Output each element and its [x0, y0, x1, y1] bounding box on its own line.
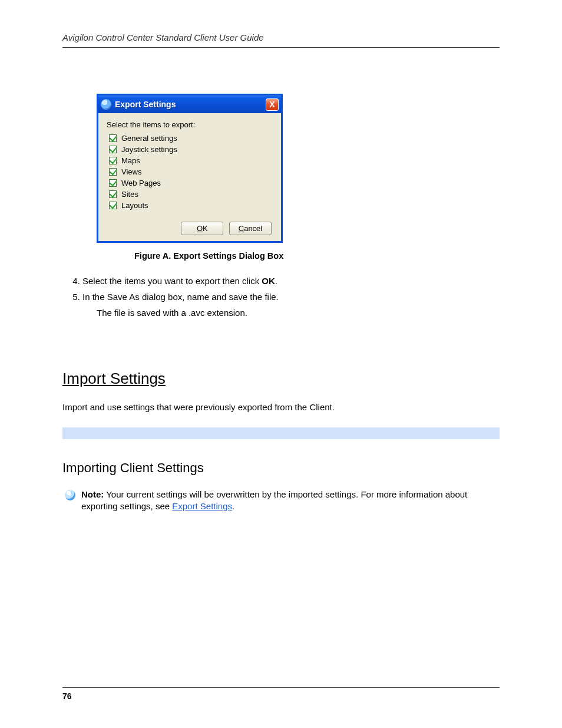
- checkbox-icon[interactable]: [109, 179, 117, 187]
- cancel-button[interactable]: Cancel: [229, 222, 272, 235]
- checkbox-icon[interactable]: [109, 134, 117, 142]
- checkbox-icon[interactable]: [109, 190, 117, 198]
- import-settings-body: Import and use settings that were previo…: [62, 401, 500, 413]
- figure-export-settings-dialog: Export Settings X Select the items to ex…: [97, 94, 500, 261]
- checkbox-label: Maps: [121, 156, 140, 165]
- info-icon: [65, 490, 75, 500]
- app-icon: [101, 99, 111, 110]
- checkbox-label: Views: [121, 167, 141, 176]
- checkbox-row-layouts[interactable]: Layouts: [109, 201, 273, 210]
- dialog-instruction: Select the items to export:: [107, 120, 273, 129]
- page-number: 76: [62, 687, 500, 701]
- note-label: Note:: [81, 489, 104, 499]
- checkbox-row-sites[interactable]: Sites: [109, 190, 273, 199]
- link-export-settings[interactable]: Export Settings: [172, 501, 232, 511]
- checkbox-icon[interactable]: [109, 146, 117, 153]
- checkbox-label: Layouts: [121, 201, 148, 210]
- checkbox-row-views[interactable]: Views: [109, 167, 273, 176]
- export-settings-dialog: Export Settings X Select the items to ex…: [97, 94, 283, 243]
- ok-button[interactable]: OK: [181, 222, 223, 235]
- note-body-after-link: .: [232, 501, 234, 511]
- heading-importing-client-settings: Importing Client Settings: [62, 460, 500, 476]
- checkbox-icon[interactable]: [109, 202, 117, 209]
- steps-list: Select the items you want to export then…: [82, 276, 500, 302]
- note-body-before-link: Your current settings will be overwritte…: [81, 489, 467, 511]
- checkbox-row-web-pages[interactable]: Web Pages: [109, 179, 273, 187]
- heading-import-settings: Import Settings: [62, 370, 500, 388]
- note-block: Note: Your current settings will be over…: [62, 489, 500, 513]
- figure-caption: Figure A. Export Settings Dialog Box: [134, 251, 500, 261]
- checkbox-row-maps[interactable]: Maps: [109, 156, 273, 165]
- checkbox-row-joystick-settings[interactable]: Joystick settings: [109, 145, 273, 154]
- checkbox-label: Web Pages: [121, 179, 161, 187]
- step-4: Select the items you want to export then…: [82, 276, 500, 286]
- section-divider-bar: [62, 427, 500, 439]
- dialog-title: Export Settings: [115, 100, 266, 109]
- checkbox-icon[interactable]: [109, 157, 117, 164]
- running-header: Avigilon Control Center Standard Client …: [62, 32, 500, 48]
- checkbox-label: General settings: [121, 134, 177, 143]
- checkbox-icon[interactable]: [109, 168, 117, 176]
- close-icon[interactable]: X: [266, 98, 279, 111]
- dialog-titlebar: Export Settings X: [98, 95, 281, 113]
- export-note: The file is saved with a .avc extension.: [97, 308, 500, 318]
- checkbox-label: Sites: [121, 190, 138, 199]
- checkbox-label: Joystick settings: [121, 145, 177, 154]
- step-5: In the Save As dialog box, name and save…: [82, 292, 500, 302]
- checkbox-row-general-settings[interactable]: General settings: [109, 134, 273, 143]
